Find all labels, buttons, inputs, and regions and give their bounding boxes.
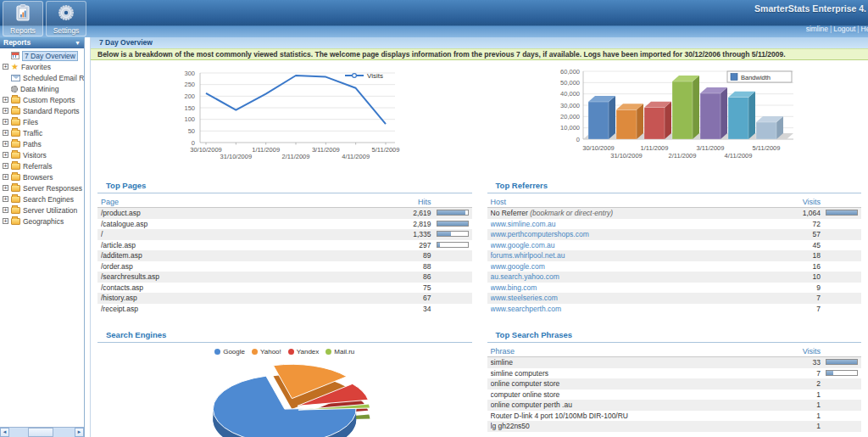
sidebar-item-paths[interactable]: +Paths xyxy=(0,138,84,149)
expand-icon[interactable]: + xyxy=(3,218,8,224)
page-label: /contacts.asp xyxy=(101,283,143,292)
sidebar-item-traffic[interactable]: +Traffic xyxy=(0,127,84,138)
sidebar-item-server-utilization[interactable]: +Server Utilization xyxy=(0,204,84,216)
svg-text:60,000: 60,000 xyxy=(560,68,580,76)
page-column-header[interactable]: Page xyxy=(101,198,392,206)
scrollbar-track[interactable] xyxy=(9,428,75,437)
table-row: www.perthcomputershops.com57 xyxy=(487,229,862,240)
user-link-help[interactable]: Help xyxy=(861,25,868,33)
row-value: 7 xyxy=(782,294,821,302)
expand-icon[interactable]: + xyxy=(3,196,8,202)
host-label[interactable]: www.searchperth.com xyxy=(491,305,562,313)
top-referrers-table: No Referrer (bookmark or direct-entry)1,… xyxy=(487,208,862,314)
host-label[interactable]: www.steelseries.com xyxy=(491,294,558,302)
row-value: 86 xyxy=(392,272,431,281)
expand-icon[interactable]: + xyxy=(3,119,8,125)
content-columns: Reports ▼ 7 Day Overview+★FavoritesSched… xyxy=(0,37,868,437)
expand-icon[interactable]: + xyxy=(3,185,8,191)
svg-text:200: 200 xyxy=(185,92,196,100)
settings-button[interactable]: Settings xyxy=(46,1,86,36)
svg-text:4/11/2009: 4/11/2009 xyxy=(724,152,752,160)
sidebar-item-files[interactable]: +Files xyxy=(0,116,84,127)
scroll-left-icon[interactable]: ◄ xyxy=(0,428,9,437)
expand-icon[interactable]: + xyxy=(3,108,8,114)
app-title: SmarterStats Enterprise 4. xyxy=(754,3,866,14)
visits-line-chart: 05010015020025030030/10/200931/10/20091/… xyxy=(153,64,416,166)
expand-icon[interactable]: + xyxy=(3,207,8,213)
sidebar-item-7-day-overview[interactable]: 7 Day Overview xyxy=(0,50,84,61)
page-label: /order.asp xyxy=(101,262,133,271)
table-row: /catalogue.asp2,819 xyxy=(97,219,472,230)
host-label[interactable]: www.bing.com xyxy=(491,283,537,292)
reports-button-label: Reports xyxy=(10,26,36,35)
page-title: 7 Day Overview xyxy=(91,37,868,48)
email-icon xyxy=(11,75,20,81)
row-note: (bookmark or direct-entry) xyxy=(528,209,613,217)
host-label[interactable]: forums.whirlpool.net.au xyxy=(491,251,565,260)
expand-icon[interactable]: + xyxy=(3,64,8,70)
expand-icon[interactable]: + xyxy=(3,163,8,169)
folder-icon xyxy=(11,174,20,181)
sidebar-header-label: Reports xyxy=(3,37,31,48)
expand-icon[interactable]: + xyxy=(3,152,8,158)
hits-column-header[interactable]: Hits xyxy=(392,198,431,206)
bottom-row: Search Engines GoogleYahoo!YandexMail.ru… xyxy=(91,328,868,437)
sidebar-item-geographics[interactable]: +Geographics xyxy=(0,216,84,227)
collapse-panel-icon[interactable]: ▼ xyxy=(75,37,81,48)
host-label[interactable]: www.google.com.au xyxy=(491,241,555,249)
svg-text:31/10/2009: 31/10/2009 xyxy=(610,152,643,160)
host-label[interactable]: www.simline.com.au xyxy=(491,220,556,228)
svg-text:Visits: Visits xyxy=(367,72,383,80)
host-column-header[interactable]: Host xyxy=(491,198,782,206)
sidebar-item-visitors[interactable]: +Visitors xyxy=(0,149,84,160)
expand-icon[interactable]: + xyxy=(3,97,8,103)
tree-line xyxy=(3,53,8,59)
host-label[interactable]: www.google.com xyxy=(491,262,545,271)
table-row: lg gh22ns501 xyxy=(487,421,862,432)
reports-button[interactable]: Reports xyxy=(3,1,43,36)
sidebar-item-label: Files xyxy=(23,118,38,126)
sidebar-item-favorites[interactable]: +★Favorites xyxy=(0,61,84,72)
sidebar-item-referrals[interactable]: +Referrals xyxy=(0,160,84,171)
row-value: 1 xyxy=(782,390,821,399)
svg-text:2/11/2009: 2/11/2009 xyxy=(668,152,696,160)
sidebar-item-server-responses[interactable]: +Server Responses xyxy=(0,182,84,193)
user-link-simline[interactable]: simline xyxy=(806,25,828,33)
svg-text:4/11/2009: 4/11/2009 xyxy=(342,153,370,160)
reports-icon xyxy=(15,4,31,25)
svg-text:Bandwidth: Bandwidth xyxy=(741,74,771,81)
sidebar-item-search-engines[interactable]: +Search Engines xyxy=(0,193,84,204)
sidebar-item-label: 7 Day Overview xyxy=(22,51,78,61)
phrase-label: simline xyxy=(491,358,513,367)
expand-icon[interactable]: + xyxy=(3,174,8,180)
sidebar-item-standard-reports[interactable]: +Standard Reports xyxy=(0,105,84,116)
gear-icon xyxy=(11,86,18,92)
folder-icon xyxy=(11,130,20,137)
svg-text:5/11/2009: 5/11/2009 xyxy=(752,144,780,152)
host-label[interactable]: au.search.yahoo.com xyxy=(491,272,559,281)
sidebar-item-label: Referrals xyxy=(23,162,52,171)
phrase-column-header[interactable]: Phrase xyxy=(491,347,782,356)
sidebar-item-data-mining[interactable]: Data Mining xyxy=(0,83,84,94)
sidebar-item-label: Geographics xyxy=(23,217,64,226)
visits-column-header[interactable]: Visits xyxy=(782,347,821,356)
legend-item-yahoo: Yahoo! xyxy=(252,348,281,356)
row-value: 9 xyxy=(782,283,821,292)
scroll-right-icon[interactable]: ► xyxy=(75,428,84,437)
visits-column-header[interactable]: Visits xyxy=(782,198,821,206)
user-link-logout[interactable]: Logout xyxy=(833,25,855,33)
expand-icon[interactable]: + xyxy=(3,141,8,147)
row-value: 2,819 xyxy=(392,220,431,228)
sidebar-item-label: Server Utilization xyxy=(23,206,77,215)
sidebar-item-scheduled-email-reports[interactable]: Scheduled Email Reports xyxy=(0,72,84,83)
expand-icon[interactable]: + xyxy=(3,130,8,136)
row-value: 2,619 xyxy=(392,209,431,217)
sidebar-item-custom-reports[interactable]: +Custom Reports xyxy=(0,94,84,105)
scrollbar-thumb[interactable] xyxy=(28,428,54,437)
table-row: /order.asp88 xyxy=(97,261,472,272)
sidebar-item-browsers[interactable]: +Browsers xyxy=(0,171,84,182)
value-bar xyxy=(437,221,469,227)
row-value: 7 xyxy=(782,305,821,313)
host-label[interactable]: www.perthcomputershops.com xyxy=(491,230,589,238)
host-label: No Referrer xyxy=(491,209,528,217)
